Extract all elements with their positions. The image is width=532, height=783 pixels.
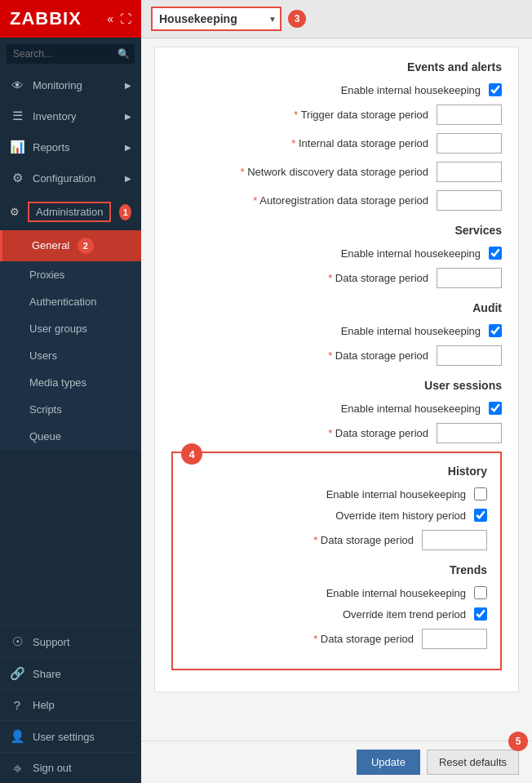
audit-title: Audit bbox=[171, 301, 502, 314]
housekeeping-dropdown-wrap: Housekeeping GUI Autoregistration bbox=[151, 7, 282, 31]
sidebar-item-monitoring[interactable]: 👁 Monitoring ▶ bbox=[0, 70, 141, 100]
services-storage-input[interactable]: 365d bbox=[437, 268, 502, 288]
events-enable-housekeeping-row: Enable internal housekeeping bbox=[171, 83, 502, 96]
expand-icon[interactable]: ⛶ bbox=[120, 12, 131, 25]
history-storage-row: Data storage period 7d bbox=[186, 530, 487, 550]
share-icon: 🔗 bbox=[10, 666, 24, 681]
sidebar-item-user-settings[interactable]: 👤 User settings bbox=[0, 720, 141, 752]
events-autoreg-storage-row: Autoregistration data storage period 1d bbox=[171, 190, 502, 211]
badge-1: 1 bbox=[119, 204, 131, 220]
sidebar-item-share[interactable]: 🔗 Share bbox=[0, 657, 141, 689]
sidebar-item-help[interactable]: ? Help bbox=[0, 689, 141, 720]
history-override-label: Override item history period bbox=[335, 509, 466, 522]
main-content: Housekeeping GUI Autoregistration 3 Even… bbox=[141, 0, 532, 783]
trends-enable-housekeeping-label: Enable internal housekeeping bbox=[326, 587, 466, 599]
sidebar-item-configuration[interactable]: ⚙ Configuration ▶ bbox=[0, 162, 141, 194]
audit-enable-housekeeping-checkbox[interactable] bbox=[489, 324, 502, 337]
user-sessions-storage-row: Data storage period 365d bbox=[171, 423, 502, 443]
collapse-icon[interactable]: « bbox=[107, 12, 113, 25]
user-settings-label: User settings bbox=[33, 731, 95, 743]
events-trigger-storage-input[interactable]: 365d bbox=[437, 105, 502, 125]
sidebar-subitem-users[interactable]: Users bbox=[0, 342, 141, 369]
users-label: Users bbox=[29, 349, 57, 362]
proxies-label: Proxies bbox=[29, 269, 64, 281]
sidebar-item-reports[interactable]: 📊 Reports ▶ bbox=[0, 131, 141, 162]
housekeeping-dropdown[interactable]: Housekeeping GUI Autoregistration bbox=[151, 7, 282, 31]
sidebar-bottom: ☉ Support 🔗 Share ? Help 👤 User settings… bbox=[0, 625, 141, 783]
events-internal-storage-label: Internal data storage period bbox=[291, 137, 428, 149]
sidebar-subitem-general[interactable]: General 2 bbox=[0, 230, 141, 261]
audit-storage-row: Data storage period 365d bbox=[171, 345, 502, 366]
events-internal-storage-row: Internal data storage period 1d bbox=[171, 133, 502, 153]
share-label: Share bbox=[33, 668, 61, 680]
events-enable-housekeeping-label: Enable internal housekeeping bbox=[341, 84, 481, 96]
history-title: History bbox=[186, 465, 487, 478]
events-internal-storage-input[interactable]: 1d bbox=[437, 133, 502, 153]
user-settings-icon: 👤 bbox=[10, 729, 24, 744]
reset-defaults-button[interactable]: Reset defaults bbox=[427, 750, 519, 775]
history-enable-housekeeping-checkbox[interactable] bbox=[474, 487, 487, 500]
sidebar-subitem-queue[interactable]: Queue bbox=[0, 423, 141, 450]
queue-label: Queue bbox=[29, 430, 61, 443]
help-icon: ? bbox=[10, 698, 24, 712]
monitoring-icon: 👁 bbox=[10, 78, 24, 92]
events-network-storage-input[interactable]: 1d bbox=[437, 162, 502, 182]
form-panel: Events and alerts Enable internal housek… bbox=[154, 47, 519, 692]
reports-label: Reports bbox=[33, 141, 70, 153]
update-button[interactable]: Update bbox=[357, 750, 420, 775]
user-sessions-storage-label: Data storage period bbox=[328, 427, 428, 439]
support-label: Support bbox=[33, 636, 70, 648]
sidebar-item-administration[interactable]: ⚙ Administration 1 bbox=[0, 194, 141, 230]
events-enable-housekeeping-checkbox[interactable] bbox=[489, 83, 502, 96]
sidebar-item-sign-out[interactable]: ⎆ Sign out bbox=[0, 752, 141, 783]
scripts-label: Scripts bbox=[29, 403, 62, 416]
monitoring-label: Monitoring bbox=[33, 79, 82, 91]
events-trigger-storage-label: Trigger data storage period bbox=[294, 109, 428, 121]
history-override-row: Override item history period bbox=[186, 509, 487, 522]
sidebar-subitem-scripts[interactable]: Scripts bbox=[0, 396, 141, 423]
trends-override-checkbox[interactable] bbox=[474, 607, 487, 621]
footer-actions: 5 Update Reset defaults bbox=[141, 741, 532, 783]
search-area: 🔍 bbox=[0, 38, 141, 70]
history-override-checkbox[interactable] bbox=[474, 509, 487, 522]
sidebar-subitem-proxies[interactable]: Proxies bbox=[0, 261, 141, 288]
badge-3: 3 bbox=[288, 10, 306, 28]
sidebar-item-inventory[interactable]: ☰ Inventory ▶ bbox=[0, 100, 141, 131]
administration-label: Administration bbox=[28, 202, 111, 222]
sidebar-subitem-media-types[interactable]: Media types bbox=[0, 369, 141, 396]
audit-enable-housekeeping-row: Enable internal housekeeping bbox=[171, 324, 502, 337]
user-sessions-enable-housekeeping-checkbox[interactable] bbox=[489, 402, 502, 415]
sign-out-icon: ⎆ bbox=[10, 761, 24, 775]
sidebar-subitem-user-groups[interactable]: User groups bbox=[0, 315, 141, 342]
services-storage-row: Data storage period 365d bbox=[171, 268, 502, 288]
user-groups-label: User groups bbox=[29, 323, 87, 335]
sidebar-item-support[interactable]: ☉ Support bbox=[0, 625, 141, 657]
user-sessions-enable-housekeeping-label: Enable internal housekeeping bbox=[341, 403, 481, 415]
support-icon: ☉ bbox=[10, 634, 24, 649]
search-input[interactable] bbox=[7, 44, 135, 64]
sidebar-controls: « ⛶ bbox=[107, 12, 131, 25]
authentication-label: Authentication bbox=[29, 296, 96, 308]
trends-storage-row: Data storage period 365d bbox=[186, 629, 487, 649]
badge-5: 5 bbox=[508, 732, 528, 751]
user-sessions-enable-housekeeping-row: Enable internal housekeeping bbox=[171, 402, 502, 415]
audit-storage-input[interactable]: 365d bbox=[437, 345, 502, 366]
services-storage-label: Data storage period bbox=[328, 272, 428, 284]
media-types-label: Media types bbox=[29, 376, 86, 389]
history-storage-input[interactable]: 7d bbox=[422, 530, 487, 550]
inventory-label: Inventory bbox=[33, 110, 76, 122]
trends-enable-housekeeping-row: Enable internal housekeeping bbox=[186, 586, 487, 599]
trends-enable-housekeeping-checkbox[interactable] bbox=[474, 586, 487, 599]
general-label: General bbox=[32, 239, 69, 251]
sign-out-label: Sign out bbox=[33, 762, 72, 774]
events-autoreg-storage-input[interactable]: 1d bbox=[437, 190, 502, 211]
services-title: Services bbox=[171, 224, 502, 237]
reports-arrow-icon: ▶ bbox=[125, 143, 131, 152]
services-enable-housekeeping-row: Enable internal housekeeping bbox=[171, 247, 502, 260]
trends-storage-input[interactable]: 365d bbox=[422, 629, 487, 649]
sidebar-subitem-authentication[interactable]: Authentication bbox=[0, 288, 141, 315]
user-sessions-storage-input[interactable]: 365d bbox=[437, 423, 502, 443]
trends-storage-label: Data storage period bbox=[313, 633, 414, 645]
services-enable-housekeeping-checkbox[interactable] bbox=[489, 247, 502, 260]
events-network-storage-row: Network discovery data storage period 1d bbox=[171, 162, 502, 182]
